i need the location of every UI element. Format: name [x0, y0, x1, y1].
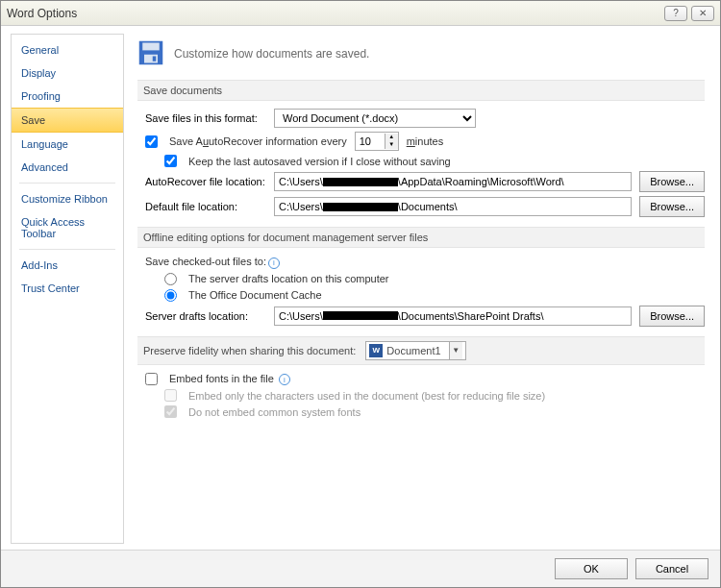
close-button[interactable]: ✕: [691, 6, 714, 21]
window-title: Word Options: [7, 7, 660, 20]
sidebar-item-save[interactable]: Save: [12, 108, 123, 133]
section-offline-editing: Offline editing options for document man…: [137, 227, 705, 248]
label-no-common-fonts: Do not embed common system fonts: [188, 406, 360, 418]
default-location-input[interactable]: C:\Users\\Documents\: [274, 197, 632, 216]
row-embed-fonts: Embed fonts in the file i: [145, 373, 705, 386]
row-radio-office-cache: The Office Document Cache: [164, 289, 705, 302]
category-sidebar: GeneralDisplayProofingSaveLanguageAdvanc…: [11, 34, 124, 544]
autorecover-label: Save AuutoRecover information every: [169, 135, 347, 147]
label-embed-fonts: Embed fonts in the file i: [169, 373, 290, 386]
keep-last-checkbox[interactable]: [164, 155, 177, 167]
sidebar-item-add-ins[interactable]: Add-Ins: [12, 254, 123, 277]
save-format-select[interactable]: Word Document (*.docx): [274, 109, 476, 128]
label-radio-office-cache: The Office Document Cache: [188, 289, 322, 301]
keep-last-label: Keep the last autosaved version if I clo…: [188, 156, 451, 167]
browse-default-button[interactable]: Browse...: [639, 196, 705, 217]
sidebar-item-display[interactable]: Display: [12, 61, 123, 85]
label-radio-server-drafts: The server drafts location on this compu…: [188, 273, 388, 284]
label-preserve-fidelity: Preserve fidelity when sharing this docu…: [143, 345, 356, 356]
radio-office-cache[interactable]: [164, 289, 177, 302]
titlebar: Word Options ? ✕: [1, 1, 720, 26]
minutes-label: minutes: [407, 135, 444, 147]
spin-down[interactable]: ▼: [385, 141, 398, 149]
word-doc-icon: W: [369, 344, 383, 357]
sidebar-item-customize-ribbon[interactable]: Customize Ribbon: [12, 187, 123, 210]
fidelity-document-name: Document1: [386, 345, 440, 356]
row-radio-server-drafts: The server drafts location on this compu…: [164, 273, 705, 285]
info-icon[interactable]: i: [268, 257, 280, 269]
row-embed-subset: Embed only the characters used in the do…: [164, 389, 705, 402]
server-drafts-input[interactable]: C:\Users\\Documents\SharePoint Drafts\: [274, 306, 632, 326]
row-no-common-fonts: Do not embed common system fonts: [164, 405, 705, 418]
panel-header-text: Customize how documents are saved.: [174, 47, 369, 61]
no-common-fonts-checkbox: [164, 405, 177, 418]
row-save-format: Save files in this format: Word Document…: [145, 109, 705, 128]
spin-up[interactable]: ▲: [385, 134, 398, 141]
sidebar-item-proofing[interactable]: Proofing: [12, 85, 123, 108]
cancel-button[interactable]: Cancel: [635, 558, 709, 579]
word-options-dialog: Word Options ? ✕ GeneralDisplayProofingS…: [0, 0, 721, 588]
autorec-location-input[interactable]: C:\Users\\AppData\Roaming\Microsoft\Word…: [274, 172, 632, 191]
section-save-documents: Save documents: [137, 80, 705, 101]
sidebar-item-general[interactable]: General: [12, 38, 123, 61]
embed-subset-checkbox: [164, 389, 177, 402]
ok-button[interactable]: OK: [555, 558, 628, 579]
dialog-body: GeneralDisplayProofingSaveLanguageAdvanc…: [1, 26, 720, 550]
label-save-format: Save files in this format:: [145, 112, 266, 124]
autorecover-checkbox[interactable]: [145, 135, 158, 148]
row-server-drafts-location: Server drafts location: C:\Users\\Docume…: [145, 306, 705, 327]
browse-drafts-button[interactable]: Browse...: [639, 306, 705, 327]
label-embed-subset: Embed only the characters used in the do…: [188, 390, 545, 402]
autorecover-minutes-spinner[interactable]: ▲▼: [355, 132, 399, 151]
embed-fonts-checkbox[interactable]: [145, 373, 158, 385]
row-save-checked-out: Save checked-out files to:i: [145, 256, 705, 269]
svg-rect-1: [142, 43, 160, 51]
panel-header: Customize how documents are saved.: [137, 39, 705, 68]
save-disk-icon: [137, 39, 164, 68]
sidebar-item-advanced[interactable]: Advanced: [12, 156, 123, 179]
fidelity-document-select[interactable]: W Document1 ▼: [365, 341, 465, 360]
label-server-drafts-location: Server drafts location:: [145, 310, 266, 322]
label-save-checked-out: Save checked-out files to:i: [145, 256, 280, 269]
browse-autorec-button[interactable]: Browse...: [639, 171, 705, 192]
help-button[interactable]: ?: [664, 6, 687, 21]
sidebar-item-trust-center[interactable]: Trust Center: [12, 277, 123, 300]
sidebar-item-quick-access-toolbar[interactable]: Quick Access Toolbar: [12, 210, 123, 245]
main-panel: Customize how documents are saved. Save …: [132, 34, 710, 544]
svg-rect-3: [153, 57, 157, 61]
autorecover-minutes-input[interactable]: [356, 134, 385, 149]
row-autorec-location: AutoRecover file location: C:\Users\\App…: [145, 171, 705, 192]
row-autorecover: Save AuutoRecover information every ▲▼ m…: [145, 132, 705, 151]
section-preserve-fidelity: Preserve fidelity when sharing this docu…: [137, 336, 705, 365]
row-default-location: Default file location: C:\Users\\Documen…: [145, 196, 705, 217]
label-autorec-location: AutoRecover file location:: [145, 176, 266, 187]
chevron-down-icon: ▼: [449, 342, 462, 359]
radio-server-drafts[interactable]: [164, 273, 177, 285]
info-icon[interactable]: i: [279, 374, 290, 385]
label-default-location: Default file location:: [145, 201, 266, 212]
sidebar-item-language[interactable]: Language: [12, 133, 123, 156]
row-keep-last: Keep the last autosaved version if I clo…: [164, 155, 705, 167]
dialog-footer: OK Cancel: [1, 550, 720, 587]
